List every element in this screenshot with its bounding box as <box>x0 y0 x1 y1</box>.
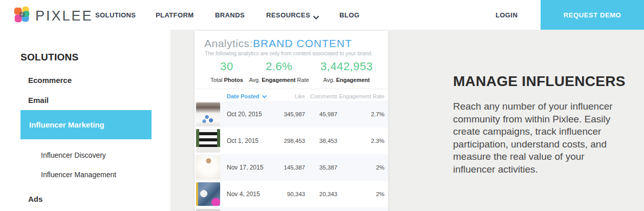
cell-engagement-rate: 2% <box>337 191 384 197</box>
sidebar-heading: SOLUTIONS <box>20 52 79 63</box>
analytics-title-prefix: Analytics: <box>204 37 253 49</box>
stat-avg-engagement-value: 3,442,953 <box>308 60 385 73</box>
section-body-text: Reach any number of your influencer comm… <box>453 100 627 176</box>
analytics-card-title: Analytics:BRAND CONTENT <box>204 37 352 50</box>
sidebar-active-label: Influencer Marketing <box>29 120 104 129</box>
table-row: Oct 20, 2015 345,987 45,987 2.7% <box>195 101 388 128</box>
sidebar-item-influencer-discovery[interactable]: Influencer Discovery <box>41 151 106 159</box>
cell-engagement-rate: 2.3% <box>337 138 384 144</box>
nav-item-resources[interactable]: RESOURCES <box>266 11 319 19</box>
table-body: Oct 20, 2015 345,987 45,987 2.7% Oct 1, … <box>195 101 388 211</box>
sidebar-item-email[interactable]: Email <box>28 96 49 104</box>
post-thumbnail <box>196 209 220 211</box>
nav-item-brands[interactable]: BRANDS <box>215 11 245 19</box>
table-row: Nov 4, 2015 90,343 20,343 2% <box>195 181 388 207</box>
cell-likes: 145,387 <box>281 164 305 171</box>
sidebar-item-ecommerce[interactable]: Ecommerce <box>28 76 72 85</box>
cell-date: Nov 17, 2015 <box>227 164 281 171</box>
nav-item-platform[interactable]: PLATFORM <box>156 11 194 19</box>
sort-chevron-down-icon <box>262 93 267 99</box>
sidebar-item-influencer-management[interactable]: Influencer Management <box>41 171 116 179</box>
logo-wordmark: PIXLEE <box>35 8 93 24</box>
table-header: Date Posted Like Comments Engagement Rat… <box>195 91 388 101</box>
stat-avg-engagement-rate-value: 2.6% <box>243 60 315 73</box>
post-thumbnail <box>196 182 220 206</box>
stat-avg-engagement: 3,442,953 Avg. Engagement <box>308 60 385 83</box>
nav-item-blog[interactable]: BLOG <box>339 11 359 19</box>
cell-likes: 345,987 <box>281 111 305 117</box>
login-link[interactable]: LOGIN <box>496 11 518 19</box>
analytics-title-highlight: BRAND CONTENT <box>253 37 352 49</box>
cell-date: Nov 4, 2015 <box>227 191 281 198</box>
cell-likes: 298,453 <box>281 138 305 144</box>
stat-avg-engagement-rate: 2.6% Avg. Engagement Rate <box>243 60 315 83</box>
column-header-like: Like <box>281 93 305 99</box>
analytics-card: Analytics:BRAND CONTENT The following an… <box>195 31 388 211</box>
column-header-engagement-rate: Engagement Rate <box>337 93 384 99</box>
cell-comments: 20,343 <box>305 191 337 197</box>
column-header-date-posted[interactable]: Date Posted <box>227 93 281 99</box>
card-divider <box>195 89 388 89</box>
table-row-partial <box>195 207 388 211</box>
cell-engagement-rate: 2.7% <box>337 111 384 117</box>
post-thumbnail <box>196 156 220 179</box>
stat-avg-engagement-label: Avg. Engagement <box>308 77 385 83</box>
top-navigation: PIXLEE SOLUTIONS PLATFORM BRANDS RESOURC… <box>0 0 644 30</box>
table-row: Oct 1, 2015 298,453 38,453 2.3% <box>195 128 388 154</box>
nav-resources-label: RESOURCES <box>266 11 310 19</box>
page: PIXLEE SOLUTIONS PLATFORM BRANDS RESOURC… <box>0 0 644 211</box>
column-header-comments: Comments <box>305 93 337 99</box>
nav-item-solutions[interactable]: SOLUTIONS <box>95 11 136 19</box>
cell-likes: 90,343 <box>281 191 305 197</box>
sidebar-item-influencer-marketing[interactable]: Influencer Marketing <box>20 110 152 139</box>
pixlee-flower-icon <box>13 6 32 27</box>
post-thumbnail <box>196 102 220 126</box>
section-heading: MANAGE INFLUENCERS <box>453 73 626 90</box>
analytics-card-subtitle: The following analytics are only from co… <box>205 50 373 56</box>
table-row: Nov 17, 2015 145,387 35,387 2% <box>195 154 388 181</box>
cell-comments: 38,453 <box>305 138 337 144</box>
request-demo-button[interactable]: REQUEST DEMO <box>541 0 644 30</box>
post-thumbnail <box>196 129 220 153</box>
pixlee-logo[interactable]: PIXLEE <box>13 6 93 27</box>
cell-engagement-rate: 2% <box>337 164 384 171</box>
cell-date: Oct 1, 2015 <box>227 137 281 144</box>
cell-comments: 45,987 <box>305 111 337 117</box>
sidebar-item-ads[interactable]: Ads <box>28 195 42 203</box>
stat-avg-engagement-rate-label: Avg. Engagement Rate <box>243 77 315 83</box>
chevron-down-icon <box>313 13 319 17</box>
cell-comments: 35,387 <box>305 164 337 171</box>
cell-date: Oct 20, 2015 <box>227 111 281 118</box>
